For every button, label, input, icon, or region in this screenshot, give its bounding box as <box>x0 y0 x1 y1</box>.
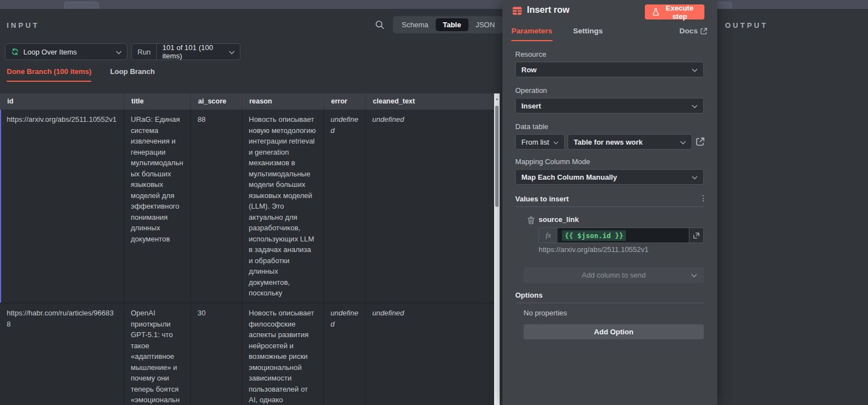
current-row-indicator <box>0 110 1 303</box>
cell-cleaned-text: undefined <box>366 303 494 405</box>
tab-schema[interactable]: Schema <box>394 18 436 31</box>
input-data-table: id title ai_score reason error cleaned_t… <box>0 93 494 405</box>
values-to-insert-label: Values to insert <box>515 195 569 203</box>
data-table-mode-value: From list <box>521 138 549 146</box>
cell-ai-score: 88 <box>191 110 242 303</box>
column-header-reason[interactable]: reason <box>242 93 324 110</box>
data-table-mode-select[interactable]: From list <box>515 134 565 150</box>
chevron-down-icon <box>553 138 559 146</box>
section-divider <box>515 206 704 207</box>
cell-reason: Новость описывает новую методологию инте… <box>242 110 324 303</box>
output-panel-title: OUTPUT <box>725 21 768 29</box>
cell-id: https://habr.com/ru/articles/966838 <box>0 303 124 405</box>
search-icon[interactable] <box>375 20 384 32</box>
node-title: Insert row <box>527 5 569 15</box>
cell-error: undefined <box>324 303 366 405</box>
canvas-tab <box>64 2 99 9</box>
table-header-row: id title ai_score reason error cleaned_t… <box>0 93 494 110</box>
cell-id: https://arxiv.org/abs/2511.10552v1 <box>0 110 124 303</box>
column-header-cleaned-text[interactable]: cleaned_text <box>366 93 494 110</box>
data-table-label: Data table <box>515 122 548 131</box>
data-table-value-select[interactable]: Table for news work <box>568 134 692 150</box>
run-label: Run <box>132 44 157 60</box>
docs-link[interactable]: Docs <box>679 27 707 35</box>
cell-error: undefined <box>324 110 366 303</box>
resource-value: Row <box>521 66 536 74</box>
section-divider <box>515 303 704 303</box>
input-panel: INPUT Schema Table JSON Loop Over Items … <box>0 9 502 405</box>
input-panel-title: INPUT <box>7 21 40 29</box>
operation-value: Insert <box>521 102 541 110</box>
chevron-down-icon <box>692 66 698 74</box>
cell-ai-score: 30 <box>191 303 242 405</box>
trash-icon[interactable] <box>527 216 535 226</box>
chevron-down-icon <box>680 138 686 146</box>
column-header-ai-score[interactable]: ai_score <box>191 93 242 110</box>
field-name-source-link: source_link <box>539 215 579 224</box>
resource-select[interactable]: Row <box>515 62 704 77</box>
add-option-button[interactable]: Add Option <box>524 324 704 339</box>
run-value: 101 of 101 (100 items) <box>157 43 229 60</box>
kebab-menu-icon[interactable]: ⋮ <box>699 194 707 202</box>
column-header-id[interactable]: id <box>0 93 124 110</box>
expression-value: {{ $json.id }} <box>562 230 626 241</box>
tab-table[interactable]: Table <box>436 18 468 31</box>
input-node-label: Loop Over Items <box>23 48 77 56</box>
table-row[interactable]: https://habr.com/ru/articles/966838 Open… <box>0 303 494 405</box>
external-link-icon <box>701 28 707 34</box>
mapping-mode-select[interactable]: Map Each Column Manually <box>515 169 704 185</box>
operation-select[interactable]: Insert <box>515 98 704 113</box>
chevron-down-icon <box>692 102 698 110</box>
add-column-label: Add column to send <box>582 271 646 279</box>
canvas-tab <box>717 2 732 9</box>
data-table-node-icon <box>512 6 522 18</box>
cell-reason: Новость описывает философские аспекты ра… <box>242 303 324 405</box>
add-option-label: Add Option <box>594 328 634 336</box>
data-table-value: Table for news work <box>574 138 643 146</box>
column-header-title[interactable]: title <box>124 93 191 110</box>
add-column-to-send-button[interactable]: Add column to send <box>524 267 704 283</box>
execute-step-button[interactable]: Execute step <box>645 4 704 19</box>
expression-preview: https://arxiv.org/abs/2511.10552v1 <box>539 245 649 254</box>
operation-label: Operation <box>515 86 547 95</box>
docs-label: Docs <box>679 27 698 35</box>
expand-expression-icon[interactable] <box>689 228 703 243</box>
node-settings-panel: Insert row Execute step Parameters Setti… <box>502 0 717 405</box>
scroll-up-arrow[interactable]: ▲ <box>494 97 500 101</box>
output-panel: OUTPUT <box>717 9 868 405</box>
chevron-down-icon <box>692 173 698 181</box>
open-table-external-icon[interactable] <box>696 137 704 148</box>
flask-icon <box>653 8 659 16</box>
canvas-top-strip <box>0 0 868 9</box>
chevron-down-icon <box>691 271 697 279</box>
tab-done-branch[interactable]: Done Branch (100 items) <box>7 67 91 82</box>
cell-title: OpenAI приоткрыли GPT-5.1: что такое «ад… <box>124 303 191 405</box>
column-header-error[interactable]: error <box>324 93 366 110</box>
loop-icon <box>11 48 19 56</box>
tab-settings[interactable]: Settings <box>573 27 603 35</box>
run-selector[interactable]: Run 101 of 101 (100 items) <box>131 43 240 60</box>
expression-input[interactable]: {{ $json.id }} <box>558 228 689 243</box>
chevron-down-icon <box>229 48 235 56</box>
mapping-mode-value: Map Each Column Manually <box>521 173 617 181</box>
table-row[interactable]: https://arxiv.org/abs/2511.10552v1 URaG:… <box>0 110 494 303</box>
mapping-mode-label: Mapping Column Mode <box>515 157 590 166</box>
scrollbar-thumb[interactable] <box>495 106 499 207</box>
fx-icon: fx <box>539 228 558 243</box>
cell-title: URaG: Единая система извлечения и генера… <box>124 110 191 303</box>
tab-json[interactable]: JSON <box>468 18 502 31</box>
no-properties-text: No properties <box>524 309 567 317</box>
expression-field: fx {{ $json.id }} <box>539 228 704 243</box>
tab-parameters[interactable]: Parameters <box>511 27 553 41</box>
table-scrollbar[interactable]: ▲ <box>494 93 500 405</box>
tab-loop-branch[interactable]: Loop Branch <box>110 67 155 81</box>
cell-cleaned-text: undefined <box>366 110 494 303</box>
options-label: Options <box>515 291 542 299</box>
view-mode-switcher: Schema Table JSON <box>393 16 504 33</box>
resource-label: Resource <box>515 50 546 58</box>
chevron-down-icon <box>116 48 122 56</box>
input-node-selector[interactable]: Loop Over Items <box>5 43 127 60</box>
execute-step-label: Execute step <box>663 4 697 21</box>
